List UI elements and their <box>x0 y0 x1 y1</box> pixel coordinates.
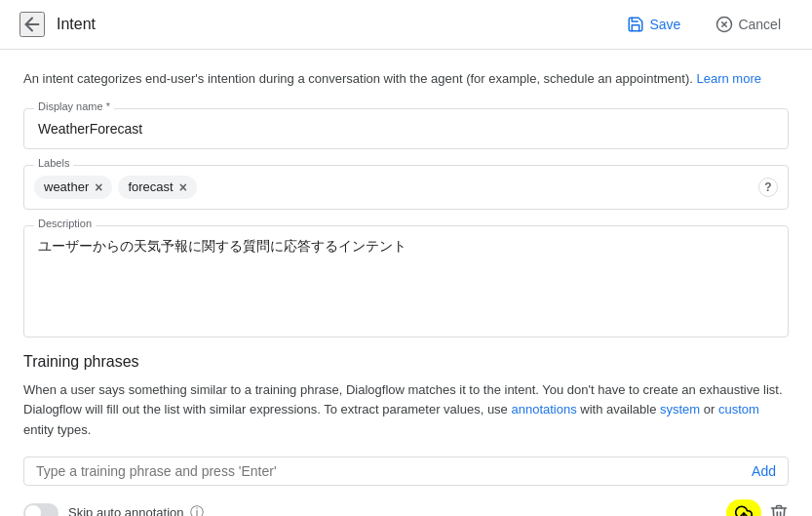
chip-close-forecast[interactable]: × <box>179 179 187 195</box>
back-button[interactable] <box>19 12 45 37</box>
annotations-link[interactable]: annotations <box>511 402 576 417</box>
cancel-button[interactable]: Cancel <box>704 10 793 39</box>
toggle-info-icon[interactable]: ⓘ <box>190 504 204 516</box>
chip-text-forecast: forecast <box>128 179 173 194</box>
header: Intent Save Cancel <box>0 0 812 50</box>
info-text: An intent categorizes end-user's intenti… <box>23 69 789 89</box>
add-phrase-button[interactable]: Add <box>752 463 776 479</box>
page-title: Intent <box>57 16 603 33</box>
footer-actions <box>726 499 789 516</box>
save-label: Save <box>649 17 680 32</box>
label-chip-weather: weather × <box>34 176 112 199</box>
phrase-input-row: Add <box>23 456 789 486</box>
custom-link[interactable]: custom <box>718 402 759 417</box>
labels-field: Labels weather × forecast × ? <box>23 165 789 210</box>
description-field: Description ユーザーからの天気予報に関する質問に応答するインテント <box>23 225 789 337</box>
labels-container: weather × forecast × ? <box>24 166 788 209</box>
display-name-input[interactable] <box>24 109 788 148</box>
labels-label: Labels <box>34 157 73 169</box>
training-phrases-title: Training phrases <box>23 353 789 371</box>
system-link[interactable]: system <box>660 402 700 417</box>
cancel-label: Cancel <box>738 17 781 32</box>
display-name-label: Display name * <box>34 100 114 112</box>
label-chip-forecast: forecast × <box>118 176 196 199</box>
footer-row: Skip auto annotation ⓘ <box>23 499 789 516</box>
labels-help-icon[interactable]: ? <box>758 178 778 197</box>
training-phrases-desc: When a user says something similar to a … <box>23 380 789 441</box>
delete-button[interactable] <box>769 503 789 516</box>
skip-annotation-toggle[interactable] <box>23 503 58 516</box>
upload-button[interactable] <box>726 499 761 516</box>
save-button[interactable]: Save <box>615 10 692 39</box>
phrase-input[interactable] <box>36 463 752 479</box>
display-name-field: Display name * <box>23 108 789 149</box>
chip-close-weather[interactable]: × <box>95 179 102 195</box>
description-input[interactable]: ユーザーからの天気予報に関する質問に応答するインテント <box>24 226 788 334</box>
learn-more-link[interactable]: Learn more <box>696 71 760 86</box>
chip-text-weather: weather <box>44 179 89 194</box>
toggle-label: Skip auto annotation ⓘ <box>68 504 204 516</box>
description-label: Description <box>34 218 96 229</box>
main-content: An intent categorizes end-user's intenti… <box>0 50 812 516</box>
toggle-thumb <box>25 505 41 516</box>
